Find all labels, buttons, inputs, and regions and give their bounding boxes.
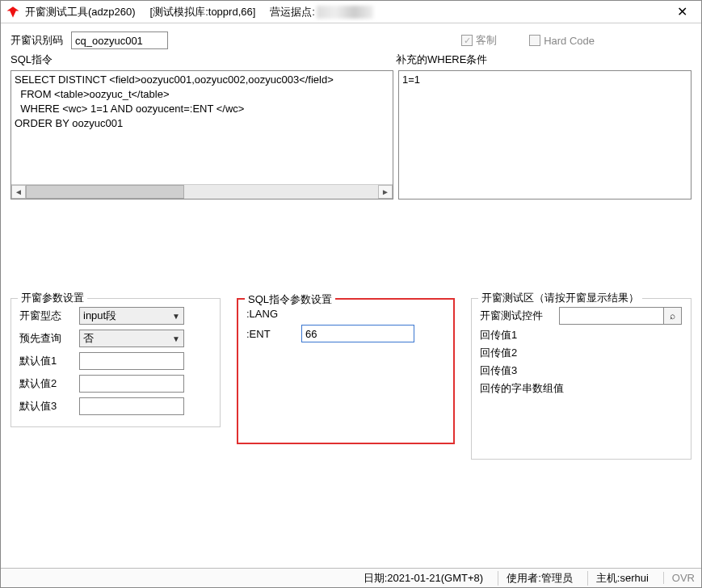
window-type-select[interactable]: input段 ▼ [79, 307, 184, 325]
window-id-input[interactable] [71, 32, 168, 49]
chevron-down-icon: ▼ [172, 312, 180, 321]
status-user: 使用者:管理员 [498, 571, 573, 586]
titlebar: 开窗测试工具(adzp260) [测试模拟库:topprd,66] 营运据点: … [1, 1, 701, 23]
param-settings-panel: 开窗参数设置 开窗型态 input段 ▼ 预先查询 否 ▼ 默认值1 [11, 298, 221, 427]
prequery-select[interactable]: 否 ▼ [79, 330, 184, 347]
default1-input[interactable] [79, 352, 184, 370]
ent-label: :ENT [246, 328, 295, 340]
status-bar: 日期:2021-01-21(GMT+8) 使用者:管理员 主机:serhui O… [1, 568, 701, 587]
scroll-thumb[interactable] [26, 185, 184, 199]
test-area-legend: 开窗测试区（请按开窗显示结果） [478, 291, 642, 305]
return1-label: 回传值1 [480, 328, 517, 342]
default3-input[interactable] [79, 397, 184, 415]
return2-label: 回传值2 [480, 346, 517, 360]
scroll-left-arrow-icon[interactable]: ◄ [11, 185, 26, 199]
chevron-down-icon: ▼ [172, 334, 180, 343]
sql-param-legend: SQL指令参数设置 [245, 292, 335, 307]
custom-checkbox[interactable]: ✓ [461, 35, 473, 46]
window-id-label: 开窗识别码 [11, 33, 63, 48]
search-icon: ⌕ [670, 310, 675, 321]
app-logo-icon [6, 5, 20, 19]
sql-param-panel: SQL指令参数设置 :LANG :ENT [237, 298, 455, 444]
test-widget-input[interactable] [559, 307, 664, 325]
prequery-value: 否 [83, 331, 94, 346]
sql-left-box[interactable]: SELECT DISTINCT <field>oozyuc001,oozyuc0… [11, 70, 393, 200]
title-site-label: 营运据点: [270, 5, 315, 19]
test-area-panel: 开窗测试区（请按开窗显示结果） 开窗测试控件 ⌕ 回传值1 回传值2 回传值3 … [471, 298, 691, 460]
default1-label: 默认值1 [19, 354, 73, 368]
close-button[interactable]: ✕ [666, 1, 698, 23]
test-widget-lookup-button[interactable]: ⌕ [664, 307, 682, 325]
title-site-value-blurred [317, 6, 373, 19]
title-db: [测试模拟库:topprd,66] [150, 5, 256, 19]
sql-right-text[interactable]: 1=1 [399, 71, 691, 199]
status-host: 主机:serhui [587, 571, 649, 586]
scroll-right-arrow-icon[interactable]: ► [378, 185, 393, 199]
param-settings-legend: 开窗参数设置 [18, 291, 87, 305]
title-app: 开窗测试工具(adzp260) [25, 5, 136, 19]
sql-right-box[interactable]: 1=1 [398, 70, 691, 200]
ent-input[interactable] [301, 325, 414, 342]
default3-label: 默认值3 [19, 399, 73, 414]
lang-label: :LANG [246, 308, 295, 320]
hardcode-checkbox[interactable] [529, 35, 540, 46]
prequery-label: 预先查询 [19, 331, 73, 346]
sql-right-label: 补充的WHERE条件 [396, 53, 487, 65]
sql-left-text[interactable]: SELECT DISTINCT <field>oozyuc001,oozyuc0… [11, 71, 393, 184]
scroll-track[interactable] [26, 185, 378, 199]
test-widget-label: 开窗测试控件 [480, 309, 553, 323]
status-date: 日期:2021-01-21(GMT+8) [355, 571, 484, 586]
sql-left-label: SQL指令 [11, 53, 53, 65]
sql-left-hscroll[interactable]: ◄ ► [11, 184, 393, 199]
return-array-label: 回传的字串数组值 [480, 381, 564, 396]
window-type-label: 开窗型态 [19, 309, 73, 323]
default2-input[interactable] [79, 375, 184, 393]
status-ovr: OVR [663, 572, 695, 584]
custom-label: 客制 [476, 33, 497, 48]
default2-label: 默认值2 [19, 376, 73, 391]
hardcode-label: Hard Code [544, 35, 595, 47]
return3-label: 回传值3 [480, 363, 517, 378]
window-type-value: input段 [83, 309, 116, 323]
